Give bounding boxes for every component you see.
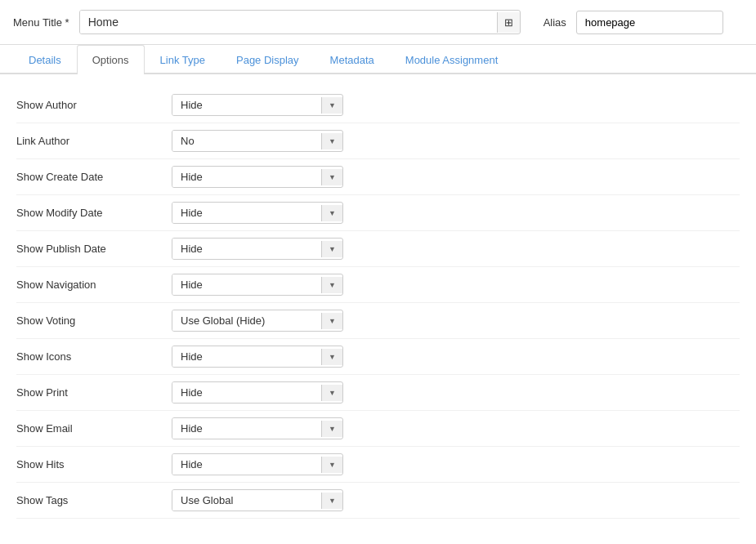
- select-arrow-show-tags[interactable]: [321, 493, 342, 509]
- select-link-author[interactable]: No: [172, 130, 343, 152]
- field-row-show-icons: Show IconsHide: [16, 339, 740, 375]
- field-row-show-tags: Show TagsUse Global: [16, 483, 740, 519]
- menu-title-icon-button[interactable]: ⊞: [497, 12, 520, 33]
- select-arrow-show-publish-date[interactable]: [321, 241, 342, 257]
- tab-page-display[interactable]: Page Display: [221, 45, 315, 74]
- select-arrow-show-icons[interactable]: [321, 349, 342, 365]
- field-label-link-author: Link Author: [16, 135, 172, 147]
- field-row-show-voting: Show VotingUse Global (Hide): [16, 303, 740, 339]
- select-arrow-show-navigation[interactable]: [321, 277, 342, 293]
- select-show-navigation[interactable]: Hide: [172, 274, 343, 296]
- field-label-show-voting: Show Voting: [16, 314, 172, 327]
- select-arrow-show-email[interactable]: [321, 421, 342, 437]
- field-label-show-create-date: Show Create Date: [16, 171, 172, 183]
- select-show-email[interactable]: Hide: [172, 417, 343, 439]
- select-arrow-link-author[interactable]: [321, 133, 342, 149]
- tab-module-assignment[interactable]: Module Assignment: [390, 45, 513, 74]
- field-row-link-author: Link AuthorNo: [16, 123, 740, 159]
- field-row-show-email: Show EmailHide: [16, 411, 740, 447]
- field-row-show-create-date: Show Create DateHide: [16, 159, 740, 195]
- select-value-show-voting: Use Global (Hide): [172, 310, 321, 331]
- menu-title-input[interactable]: [80, 11, 497, 33]
- field-label-show-tags: Show Tags: [16, 494, 172, 506]
- select-value-show-publish-date: Hide: [172, 239, 321, 259]
- field-row-show-modify-date: Show Modify DateHide: [16, 195, 740, 231]
- select-arrow-show-voting[interactable]: [321, 313, 342, 329]
- select-show-icons[interactable]: Hide: [172, 346, 343, 368]
- select-arrow-show-create-date[interactable]: [321, 169, 342, 185]
- field-label-show-email: Show Email: [16, 422, 172, 435]
- select-value-show-modify-date: Hide: [172, 203, 321, 223]
- field-label-show-hits: Show Hits: [16, 458, 172, 470]
- select-show-modify-date[interactable]: Hide: [172, 202, 343, 224]
- alias-input[interactable]: [576, 11, 723, 34]
- select-value-show-hits: Hide: [172, 454, 321, 475]
- field-row-show-print: Show PrintHide: [16, 375, 740, 411]
- select-value-show-print: Hide: [172, 382, 321, 403]
- select-show-print[interactable]: Hide: [172, 381, 343, 404]
- select-arrow-show-print[interactable]: [321, 385, 342, 401]
- select-arrow-show-author[interactable]: [321, 97, 342, 114]
- field-label-show-navigation: Show Navigation: [16, 279, 172, 291]
- tab-link-type[interactable]: Link Type: [145, 45, 221, 74]
- select-show-tags[interactable]: Use Global: [172, 489, 343, 511]
- content-area: Show AuthorHideLink AuthorNoShow Create …: [0, 74, 756, 532]
- field-row-show-navigation: Show NavigationHide: [16, 267, 740, 303]
- select-value-link-author: No: [172, 131, 321, 151]
- grid-icon: ⊞: [504, 16, 513, 29]
- select-show-author[interactable]: Hide: [172, 94, 343, 116]
- select-show-hits[interactable]: Hide: [172, 453, 343, 475]
- field-label-show-publish-date: Show Publish Date: [16, 243, 172, 255]
- menu-title-input-wrap: ⊞: [79, 10, 521, 34]
- tabs-row: DetailsOptionsLink TypePage DisplayMetad…: [0, 45, 756, 74]
- field-label-show-print: Show Print: [16, 386, 172, 399]
- select-show-voting[interactable]: Use Global (Hide): [172, 310, 343, 332]
- field-label-show-icons: Show Icons: [16, 350, 172, 363]
- tab-details[interactable]: Details: [13, 45, 77, 74]
- select-value-show-email: Hide: [172, 418, 321, 439]
- select-arrow-show-hits[interactable]: [321, 457, 342, 473]
- select-value-show-tags: Use Global: [172, 490, 321, 511]
- select-value-show-create-date: Hide: [172, 167, 321, 187]
- select-value-show-author: Hide: [172, 95, 321, 115]
- alias-label: Alias: [544, 16, 566, 29]
- field-row-show-author: Show AuthorHide: [16, 87, 740, 123]
- select-arrow-show-modify-date[interactable]: [321, 205, 342, 221]
- field-label-show-modify-date: Show Modify Date: [16, 207, 172, 219]
- select-value-show-navigation: Hide: [172, 274, 321, 295]
- tab-metadata[interactable]: Metadata: [315, 45, 390, 74]
- select-show-publish-date[interactable]: Hide: [172, 238, 343, 260]
- field-label-show-author: Show Author: [16, 99, 172, 111]
- tab-options[interactable]: Options: [77, 45, 145, 74]
- field-row-show-hits: Show HitsHide: [16, 447, 740, 483]
- select-show-create-date[interactable]: Hide: [172, 166, 343, 188]
- header: Menu Title * ⊞ Alias: [0, 0, 756, 45]
- menu-title-label: Menu Title *: [13, 16, 69, 29]
- field-row-show-publish-date: Show Publish DateHide: [16, 231, 740, 267]
- select-value-show-icons: Hide: [172, 346, 321, 367]
